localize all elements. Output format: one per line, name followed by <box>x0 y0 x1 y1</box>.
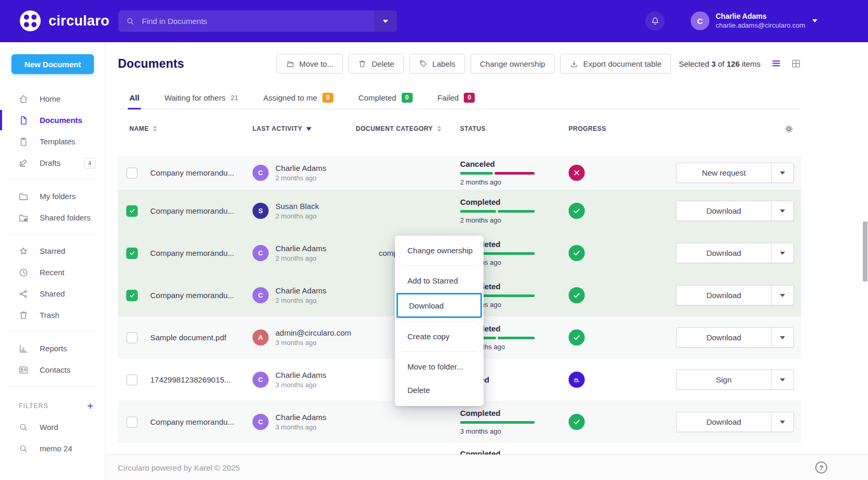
sidebar-item-shared[interactable]: Shared <box>0 283 105 304</box>
row-checkbox[interactable] <box>126 332 138 343</box>
sidebar-item-documents[interactable]: Documents <box>0 109 105 131</box>
menu-item-create-copy[interactable]: Create copy <box>395 325 484 348</box>
new-request-button[interactable]: New request <box>676 163 794 183</box>
help-button[interactable]: ? <box>815 462 827 474</box>
search-scope-button[interactable] <box>374 10 397 32</box>
list-view-icon[interactable] <box>771 58 781 69</box>
tab-all[interactable]: All <box>129 86 139 109</box>
avatar: C <box>252 287 269 303</box>
gear-icon[interactable] <box>784 124 794 134</box>
notifications-button[interactable] <box>645 11 665 31</box>
progress-segment <box>495 172 535 175</box>
sidebar: New Document HomeDocumentsTemplatesDraft… <box>0 42 105 480</box>
menu-item-add-to-starred[interactable]: Add to Starred <box>395 269 484 292</box>
progress-cell <box>569 203 676 219</box>
filter-item-word[interactable]: Word <box>0 416 105 438</box>
table-row[interactable]: Completed <box>118 443 801 454</box>
action-dropdown-toggle[interactable] <box>771 370 793 389</box>
sort-icon <box>153 126 157 132</box>
sidebar-item-label: My folders <box>40 192 76 201</box>
sidebar-item-contacts[interactable]: Contacts <box>0 359 105 380</box>
download-button[interactable]: Download <box>676 327 794 348</box>
activity-time: 3 months ago <box>275 381 327 389</box>
table-row[interactable]: Company memorandu...CCharlie Adams2 mont… <box>118 156 801 190</box>
tab-completed[interactable]: Completed0 <box>358 86 413 109</box>
row-checkbox[interactable] <box>126 248 138 259</box>
row-checkbox[interactable] <box>126 374 138 386</box>
brand-name: circularo <box>49 13 110 29</box>
sidebar-item-shared-folders[interactable]: Shared folders <box>0 207 105 228</box>
delete-button[interactable]: Delete <box>348 54 403 73</box>
tab-waiting-for-others[interactable]: Waiting for others21 <box>164 86 238 109</box>
row-checkbox[interactable] <box>126 290 138 301</box>
avatar: S <box>252 203 269 219</box>
move-to-button[interactable]: Move to... <box>276 54 343 73</box>
row-checkbox[interactable] <box>126 416 138 428</box>
action-button-label: Download <box>677 412 771 432</box>
status-date: 2 months ago <box>460 178 569 186</box>
sidebar-item-recent[interactable]: Recent <box>0 262 105 283</box>
progress-segment <box>498 210 535 213</box>
filter-item-memo-24[interactable]: memo 24 <box>0 438 105 459</box>
sidebar-item-label: Home <box>40 94 61 103</box>
status-label: Completed <box>460 409 569 417</box>
topbar: circularo C Charlie Adams charlie.adams@… <box>0 0 868 42</box>
tab-failed[interactable]: Failed0 <box>438 86 475 109</box>
row-checkbox[interactable] <box>126 205 138 217</box>
download-button[interactable]: Download <box>676 285 794 305</box>
search-input[interactable] <box>142 17 390 26</box>
column-header-document-category[interactable]: DOCUMENT CATEGORY <box>356 125 460 132</box>
menu-item-change-ownership[interactable]: Change ownership <box>395 239 484 262</box>
status-cell: Completed2 months ago <box>460 190 569 232</box>
labels-button[interactable]: Labels <box>409 54 465 73</box>
action-dropdown-toggle[interactable] <box>771 286 793 305</box>
action-dropdown-toggle[interactable] <box>771 328 793 347</box>
menu-item-download[interactable]: Download <box>396 293 482 318</box>
column-header-last-activity[interactable]: LAST ACTIVITY <box>252 125 356 132</box>
action-button-label: Sign <box>677 370 771 389</box>
status-cell: Canceled2 months ago <box>460 156 569 190</box>
change-ownership-button[interactable]: Change ownership <box>471 54 554 73</box>
sign-status-icon <box>569 372 585 388</box>
plus-icon[interactable] <box>86 402 94 410</box>
table-row[interactable]: Company memorandu...CCharlie Adams3 mont… <box>118 401 801 443</box>
checkbox-cell <box>126 374 150 386</box>
grid-view-icon[interactable] <box>791 58 801 69</box>
menu-item-move-to-folder[interactable]: Move to folder... <box>395 355 484 378</box>
scrollbar-thumb[interactable] <box>863 221 867 281</box>
sidebar-item-starred[interactable]: Starred <box>0 240 105 262</box>
action-dropdown-toggle[interactable] <box>771 243 793 263</box>
row-checkbox[interactable] <box>126 167 138 179</box>
document-name: Company memorandu... <box>150 249 252 257</box>
avatar: C <box>252 165 269 181</box>
download-button[interactable]: Download <box>676 243 794 263</box>
column-header-status: STATUS <box>460 125 569 132</box>
home-icon <box>18 94 29 104</box>
table-row[interactable]: Company memorandu...SSusan Black2 months… <box>118 190 801 232</box>
check-status-icon <box>569 287 585 303</box>
download-button[interactable]: Download <box>676 201 794 221</box>
tab-assigned-to-me[interactable]: Assigned to me0 <box>263 86 333 109</box>
export-document-table-button[interactable]: Export document table <box>560 54 671 73</box>
sidebar-item-templates[interactable]: Templates <box>0 131 105 152</box>
menu-item-delete[interactable]: Delete <box>395 378 484 402</box>
user-menu[interactable]: C Charlie Adams charlie.adams@circularo.… <box>691 11 817 30</box>
sidebar-item-home[interactable]: Home <box>0 88 105 109</box>
sidebar-item-drafts[interactable]: Drafts4 <box>0 152 105 174</box>
action-dropdown-toggle[interactable] <box>771 201 793 220</box>
column-header-name[interactable]: NAME <box>126 125 252 132</box>
sign-button[interactable]: Sign <box>676 370 794 390</box>
document-name: Company memorandu... <box>150 206 252 215</box>
checkbox-cell <box>126 205 150 217</box>
sidebar-item-reports[interactable]: Reports <box>0 338 105 359</box>
avatar: C <box>252 372 269 388</box>
action-dropdown-toggle[interactable] <box>771 163 793 182</box>
new-document-button[interactable]: New Document <box>11 54 94 74</box>
sidebar-item-trash[interactable]: Trash <box>0 304 105 326</box>
brand-logo[interactable]: circularo <box>19 9 110 32</box>
action-dropdown-toggle[interactable] <box>771 412 793 432</box>
download-button[interactable]: Download <box>676 412 794 432</box>
clock-icon <box>18 267 29 278</box>
sidebar-item-my-folders[interactable]: My folders <box>0 186 105 207</box>
checkbox-cell <box>126 290 150 301</box>
